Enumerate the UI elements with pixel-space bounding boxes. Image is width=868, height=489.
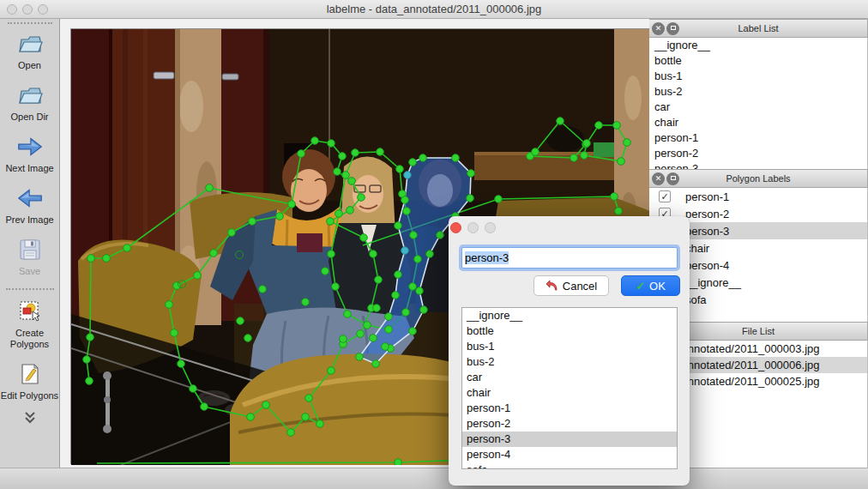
toolbar-item-label: Open [18, 60, 41, 71]
label-dialog: person-3 Cancel ✓ OK __ignore__ bottle b… [449, 216, 690, 486]
label-list: __ignore__ bottle bus-1 bus-2 car chair … [649, 38, 868, 169]
list-item[interactable]: chair [649, 115, 867, 130]
list-item[interactable]: person-1 [649, 130, 867, 146]
toolbar-item-label: Next Image [5, 163, 53, 174]
zoom-dialog-icon [485, 222, 496, 233]
folder-icon [16, 31, 44, 57]
panel-title: Label List [738, 23, 778, 33]
list-item[interactable]: bus-2 [649, 84, 867, 100]
toolbar-item-label: Prev Image [5, 214, 53, 226]
toolbar: Open Open Dir Next Image [0, 19, 60, 468]
polygon-labels-header: ✕ Polygon Labels [649, 169, 868, 188]
status-bar [0, 468, 868, 489]
label-choice[interactable]: sofa [462, 462, 677, 469]
zoom-window-icon[interactable] [38, 4, 48, 15]
close-panel-icon[interactable]: ✕ [652, 22, 665, 35]
label-choice[interactable]: chair [462, 385, 677, 401]
toolbar-overflow-button[interactable] [0, 411, 59, 425]
label-choice[interactable]: bus-1 [462, 339, 677, 354]
label-choice[interactable]: __ignore__ [462, 308, 677, 323]
toolbar-separator [6, 288, 54, 290]
panel-title: File List [742, 326, 775, 336]
window-controls [7, 4, 48, 15]
toolbar-item-label: Open Dir [10, 112, 48, 123]
label-choice[interactable]: bus-2 [462, 354, 677, 370]
check-icon: ✓ [636, 280, 645, 293]
toolbar-item-label: Edit Polygons [1, 390, 58, 401]
minimize-window-icon[interactable] [22, 4, 33, 15]
toolbar-item-label: Save [19, 266, 40, 277]
edit-polygons-icon [16, 361, 44, 387]
label-choice[interactable]: bottle [462, 323, 677, 339]
float-panel-icon[interactable] [666, 22, 679, 35]
folder-icon [16, 82, 44, 108]
checkbox-icon[interactable]: ✓ [659, 190, 671, 202]
chevron-double-down-icon [22, 411, 38, 425]
open-button[interactable]: Open [0, 26, 59, 77]
float-panel-icon[interactable] [666, 172, 679, 185]
undo-arrow-icon [546, 280, 558, 292]
label-name-input[interactable]: person-3 [461, 247, 678, 269]
label-choices-list: __ignore__ bottle bus-1 bus-2 car chair … [461, 307, 678, 469]
label-list-header: ✕ Label List [649, 19, 868, 38]
list-item[interactable]: person-2 [649, 146, 867, 161]
list-item[interactable]: __ignore__ [649, 38, 867, 53]
save-button[interactable]: Save [0, 232, 59, 283]
edit-polygons-button[interactable]: Edit Polygons [0, 356, 59, 408]
next-image-button[interactable]: Next Image [0, 129, 59, 180]
arrow-right-icon [16, 134, 44, 160]
label-choice[interactable]: person-1 [462, 401, 677, 416]
close-window-icon[interactable] [7, 4, 17, 15]
dialog-window-controls [450, 222, 496, 233]
close-panel-icon[interactable]: ✕ [652, 172, 665, 185]
prev-image-button[interactable]: Prev Image [0, 180, 59, 232]
polygon-label-row[interactable]: ✓ person-1 [649, 188, 867, 205]
label-choice[interactable]: car [462, 370, 677, 385]
list-item[interactable]: person-3 [649, 161, 867, 169]
panel-title: Polygon Labels [726, 173, 790, 184]
window-title: labelme - data_annotated/2011_000006.jpg [327, 3, 542, 15]
open-dir-button[interactable]: Open Dir [0, 77, 59, 129]
label-choice[interactable]: person-3 [462, 432, 677, 447]
create-polygons-button[interactable]: Create Polygons [0, 293, 59, 356]
list-item[interactable]: bottle [649, 53, 867, 69]
create-polygons-icon [16, 299, 44, 324]
labelme-window: labelme - data_annotated/2011_000006.jpg… [0, 0, 868, 489]
label-choice[interactable]: person-2 [462, 416, 677, 432]
close-dialog-icon[interactable] [450, 222, 461, 233]
floppy-disk-icon [16, 237, 44, 263]
list-item[interactable]: bus-1 [649, 69, 867, 84]
title-bar: labelme - data_annotated/2011_000006.jpg [0, 0, 868, 19]
list-item[interactable]: car [649, 100, 867, 115]
ok-button[interactable]: ✓ OK [621, 275, 680, 296]
arrow-left-icon [16, 185, 44, 211]
toolbar-item-label: Create Polygons [0, 328, 59, 350]
cancel-button[interactable]: Cancel [533, 275, 609, 296]
label-choice[interactable]: person-4 [462, 447, 677, 462]
minimize-dialog-icon [467, 222, 479, 233]
toolbar-drag-handle[interactable] [8, 22, 52, 24]
